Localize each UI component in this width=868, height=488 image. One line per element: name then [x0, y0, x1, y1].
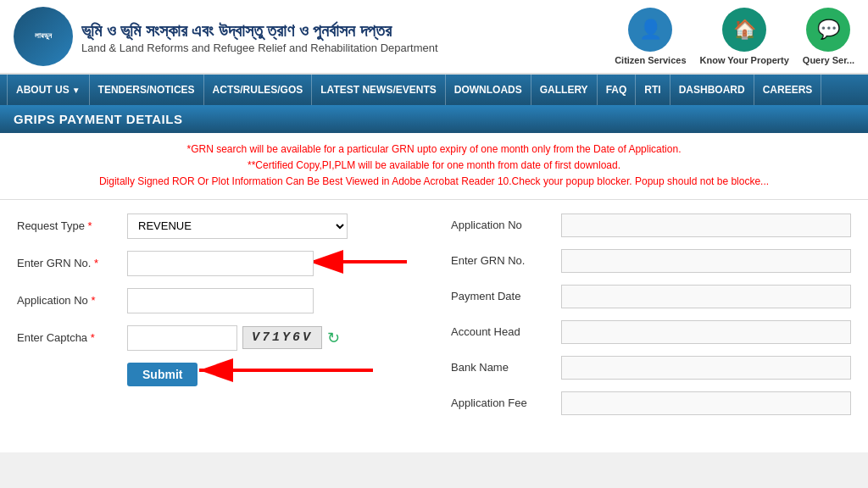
citizen-services-button[interactable]: 👤 Citizen Services	[615, 8, 686, 65]
submit-row: Submit	[17, 363, 417, 386]
nav-downloads[interactable]: DOWNLOADS	[446, 75, 531, 105]
captcha-input[interactable]	[127, 325, 237, 351]
request-type-row: Request Type * REVENUE	[17, 214, 417, 239]
nav-acts[interactable]: ACTS/RULES/GOS	[204, 75, 313, 105]
know-property-button[interactable]: 🏠 Know Your Property	[700, 8, 789, 65]
right-application-fee-row: Application Fee	[451, 391, 851, 415]
know-property-icon: 🏠	[722, 8, 766, 52]
right-bank-name-label: Bank Name	[451, 361, 561, 374]
right-account-head-row: Account Head	[451, 320, 851, 344]
main-content: Request Type * REVENUE Enter GRN No. * A…	[0, 200, 868, 452]
nav-rti[interactable]: RTI	[636, 75, 670, 105]
application-no-row: Application No *	[17, 288, 417, 313]
header-title-block: ভূমি ও ভূমি সংস্কার এবং উদ্বাস্তু ত্রাণ …	[81, 19, 438, 54]
nav-tenders[interactable]: TENDERS/NOTICES	[90, 75, 204, 105]
submit-button[interactable]: Submit	[127, 363, 198, 386]
left-panel: Request Type * REVENUE Enter GRN No. * A…	[17, 214, 417, 427]
right-bank-name-row: Bank Name	[451, 356, 851, 380]
application-no-input[interactable]	[127, 288, 314, 313]
right-grn-label: Enter GRN No.	[451, 254, 561, 267]
right-account-head-input[interactable]	[561, 320, 851, 344]
right-application-no-input[interactable]	[561, 214, 851, 237]
nav-news[interactable]: LATEST NEWS/EVENTS	[312, 75, 445, 105]
captcha-input-group: V71Y6V ↻	[127, 325, 340, 351]
query-service-button[interactable]: 💬 Query Ser...	[803, 8, 854, 65]
right-bank-name-input[interactable]	[561, 356, 851, 380]
query-service-icon: 💬	[806, 8, 850, 52]
right-application-fee-label: Application Fee	[451, 396, 561, 409]
grn-label: Enter GRN No. *	[17, 257, 127, 269]
right-application-no-label: Application No	[451, 219, 561, 231]
header-left: লারডুন ভূমি ও ভূমি সংস্কার এবং উদ্বাস্তু…	[14, 7, 438, 66]
header: লারডুন ভূমি ও ভূমি সংস্কার এবং উদ্বাস্তু…	[0, 0, 868, 75]
grn-row: Enter GRN No. *	[17, 251, 417, 276]
right-payment-date-row: Payment Date	[451, 285, 851, 308]
query-service-label: Query Ser...	[803, 55, 854, 65]
right-payment-date-label: Payment Date	[451, 290, 561, 302]
captcha-refresh-icon[interactable]: ↻	[327, 329, 340, 347]
info-msg-1: *GRN search will be available for a part…	[17, 141, 851, 158]
department-logo: লারডুন	[14, 7, 73, 66]
citizen-services-label: Citizen Services	[615, 55, 686, 65]
right-grn-row: Enter GRN No.	[451, 249, 851, 273]
right-payment-date-input[interactable]	[561, 285, 851, 308]
info-msg-3: Digitally Signed ROR Or Plot Information…	[17, 174, 851, 190]
request-type-label: Request Type *	[17, 219, 127, 232]
right-application-fee-input[interactable]	[561, 391, 851, 415]
grn-input[interactable]	[127, 251, 314, 276]
about-us-arrow-icon: ▼	[72, 86, 81, 95]
right-panel: Application No Enter GRN No. Payment Dat…	[417, 214, 851, 427]
nav-about-us[interactable]: ABOUT US ▼	[7, 75, 90, 105]
nav-gallery[interactable]: GALLERY	[531, 75, 598, 105]
title-bengali: ভূমি ও ভূমি সংস্কার এবং উদ্বাস্তু ত্রাণ …	[81, 19, 438, 42]
citizen-services-icon: 👤	[628, 8, 672, 52]
right-grn-input[interactable]	[561, 249, 851, 273]
info-box: *GRN search will be available for a part…	[0, 133, 868, 200]
know-property-label: Know Your Property	[700, 55, 789, 65]
header-right: 👤 Citizen Services 🏠 Know Your Property …	[615, 8, 854, 65]
application-no-label: Application No *	[17, 294, 127, 307]
navbar: ABOUT US ▼ TENDERS/NOTICES ACTS/RULES/GO…	[0, 75, 868, 105]
info-msg-2: **Certified Copy,PI,PLM will be availabl…	[17, 158, 851, 174]
right-application-no-row: Application No	[451, 214, 851, 237]
title-english: Land & Land Reforms and Refugee Relief a…	[81, 42, 438, 54]
nav-careers[interactable]: CAREERS	[754, 75, 822, 105]
captcha-label: Enter Captcha *	[17, 331, 127, 344]
request-type-select[interactable]: REVENUE	[127, 214, 348, 239]
captcha-image: V71Y6V	[242, 326, 322, 349]
nav-dashboard[interactable]: DASHBOARD	[670, 75, 754, 105]
right-account-head-label: Account Head	[451, 325, 561, 338]
section-title: GRIPS PAYMENT DETAILS	[14, 112, 182, 126]
section-title-bar: GRIPS PAYMENT DETAILS	[0, 105, 868, 133]
nav-faq[interactable]: FAQ	[598, 75, 637, 105]
captcha-row: Enter Captcha * V71Y6V ↻	[17, 325, 417, 351]
